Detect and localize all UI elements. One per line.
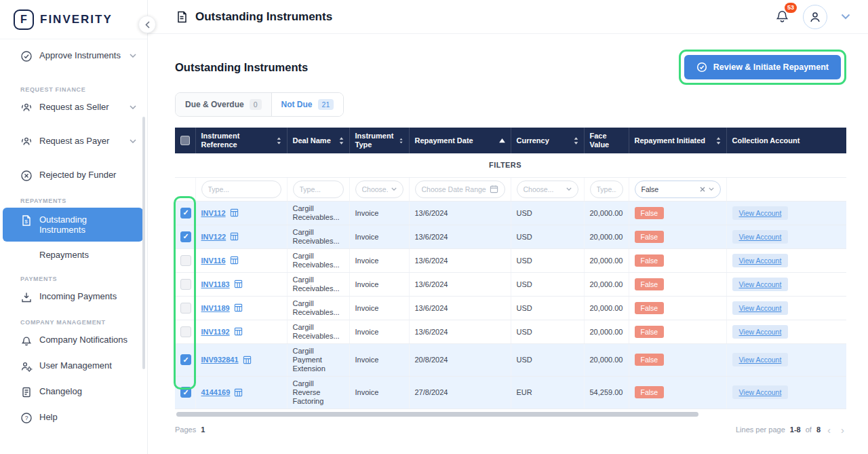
row-checkbox[interactable]: [180, 303, 191, 314]
sidebar-item-help[interactable]: ? Help: [0, 405, 147, 431]
instrument-schedule-icon[interactable]: [234, 280, 243, 288]
instrument-reference-link[interactable]: INV116: [201, 257, 226, 265]
column-header-repayment-initiated[interactable]: Repayment Initiated: [629, 128, 726, 153]
sidebar-item-company-notifications[interactable]: Company Notifications: [0, 328, 147, 354]
next-page-button[interactable]: ›: [839, 425, 846, 435]
notifications-button[interactable]: 53: [775, 8, 789, 26]
filter-instrument-reference-input[interactable]: [201, 181, 281, 198]
sidebar-scrollbar[interactable]: [142, 117, 145, 369]
user-avatar-button[interactable]: [803, 5, 827, 29]
prev-page-button[interactable]: ‹: [825, 425, 833, 435]
column-header-collection-account[interactable]: Collection Account: [726, 128, 846, 153]
column-label: Currency: [517, 136, 549, 145]
view-account-link[interactable]: View Account: [732, 325, 789, 339]
instrument-reference-link[interactable]: INV122: [201, 233, 226, 241]
notification-count-badge: 53: [785, 3, 797, 13]
sidebar-item-changelog[interactable]: Changelog: [0, 379, 147, 405]
sidebar-item-user-management[interactable]: User Management: [0, 354, 147, 379]
sort-icon[interactable]: [399, 137, 403, 145]
instrument-reference-link[interactable]: INV932841: [201, 356, 239, 364]
sidebar-item-outstanding-instruments[interactable]: $ Outstanding Instruments: [3, 208, 143, 242]
app-window: F FINVERITY Approve Instruments REQUEST …: [0, 0, 868, 454]
tab-not-due[interactable]: Not Due 21: [271, 93, 344, 116]
sidebar-item-incoming-payments[interactable]: Incoming Payments: [0, 284, 147, 310]
view-account-link[interactable]: View Account: [732, 353, 789, 366]
content: Outstanding Instruments Review & Initiat…: [148, 34, 868, 454]
column-header-instrument-type[interactable]: Instrument Type: [349, 128, 409, 153]
sort-icon[interactable]: [339, 137, 344, 145]
filter-date-range-input[interactable]: Choose Date Range: [415, 181, 505, 198]
instrument-schedule-icon[interactable]: [234, 303, 243, 312]
column-header-repayment-date[interactable]: Repayment Date: [409, 128, 511, 153]
sidebar-item-rejected-by-funder[interactable]: Rejected by Funder: [0, 163, 147, 189]
instrument-row: INV1192 Cargill Receivables... Invoice 1…: [175, 320, 846, 343]
user-gear-icon: [20, 360, 33, 373]
sort-icon[interactable]: [277, 137, 281, 145]
filters-label: FILTERS: [489, 161, 521, 169]
sidebar-item-label: Repayments: [39, 250, 89, 260]
sidebar-section-payments: PAYMENTS: [0, 267, 147, 284]
select-all-checkbox[interactable]: [180, 136, 190, 145]
row-checkbox[interactable]: [180, 255, 191, 266]
brand-logo[interactable]: F FINVERITY: [0, 0, 147, 39]
chevron-down-icon[interactable]: [841, 14, 850, 20]
row-checkbox[interactable]: [180, 208, 191, 219]
row-checkbox[interactable]: [180, 354, 191, 365]
sidebar-item-repayments[interactable]: Repayments: [0, 243, 147, 267]
instrument-reference-link[interactable]: INV112: [201, 209, 226, 217]
instrument-schedule-icon[interactable]: [230, 232, 239, 241]
instrument-schedule-icon[interactable]: [243, 356, 252, 364]
view-account-link[interactable]: View Account: [732, 301, 789, 315]
column-header-instrument-reference[interactable]: Instrument Reference: [195, 128, 287, 153]
instrument-row: INV116 Cargill Receivables... Invoice 13…: [175, 248, 846, 272]
row-checkbox[interactable]: [180, 387, 191, 398]
view-account-link[interactable]: View Account: [732, 254, 789, 267]
sidebar-item-label: Help: [39, 412, 58, 422]
document-title-icon: [175, 10, 189, 24]
instrument-reference-link[interactable]: INV1192: [201, 328, 230, 336]
instrument-reference-link[interactable]: INV1189: [201, 304, 230, 312]
tab-due-and-overdue[interactable]: Due & Overdue 0: [176, 93, 271, 116]
clear-filter-icon[interactable]: [700, 187, 705, 192]
column-label: Repayment Date: [415, 136, 473, 145]
filter-repayment-initiated-select[interactable]: False: [635, 181, 721, 198]
filter-instrument-type-select[interactable]: Choose...: [355, 181, 403, 198]
repayment-initiated-badge: False: [635, 254, 665, 267]
instrument-schedule-icon[interactable]: [234, 388, 243, 397]
repayment-date-cell: 13/6/2024: [409, 201, 511, 225]
instrument-schedule-icon[interactable]: [230, 208, 239, 217]
sort-icon[interactable]: [716, 137, 721, 145]
column-header-face-value[interactable]: Face Value: [584, 128, 629, 153]
sidebar-item-approve-instruments[interactable]: Approve Instruments: [0, 43, 147, 69]
collapse-sidebar-button[interactable]: [138, 16, 156, 33]
view-account-link[interactable]: View Account: [732, 230, 789, 244]
sidebar-item-request-as-seller[interactable]: Request as Seller: [0, 95, 147, 121]
filter-deal-name-input[interactable]: [293, 181, 344, 198]
instrument-schedule-icon[interactable]: [230, 256, 239, 265]
instrument-reference-link[interactable]: 4144169: [201, 388, 231, 396]
filter-face-value-input[interactable]: [590, 181, 623, 198]
sidebar-item-request-as-payer[interactable]: Request as Payer: [0, 129, 147, 155]
view-account-link[interactable]: View Account: [732, 206, 789, 220]
view-account-link[interactable]: View Account: [732, 385, 789, 399]
lines-range-select[interactable]: 1-8: [790, 425, 801, 434]
sidebar-item-label: Approve Instruments: [39, 50, 121, 60]
sort-icon[interactable]: [574, 137, 578, 145]
view-account-link[interactable]: View Account: [732, 278, 789, 291]
sidebar-item-label: Company Notifications: [39, 335, 127, 345]
row-checkbox[interactable]: [180, 279, 191, 290]
instrument-schedule-icon[interactable]: [234, 327, 243, 336]
sort-asc-icon[interactable]: [499, 138, 505, 143]
tab-count-badge: 0: [250, 99, 262, 110]
horizontal-scrollbar[interactable]: [176, 412, 698, 417]
filters-toggle[interactable]: FILTERS: [175, 153, 846, 177]
filter-currency-select[interactable]: Choose...: [517, 181, 578, 198]
column-header-deal-name[interactable]: Deal Name: [287, 128, 349, 153]
review-initiate-repayment-button[interactable]: Review & Initiate Repayment: [684, 55, 841, 79]
row-checkbox[interactable]: [180, 231, 191, 242]
column-header-currency[interactable]: Currency: [511, 128, 584, 153]
current-page[interactable]: 1: [201, 425, 205, 434]
deal-name-cell: Cargill Receivables...: [287, 201, 349, 225]
instrument-reference-link[interactable]: INV1183: [201, 280, 230, 288]
row-checkbox[interactable]: [180, 326, 191, 337]
